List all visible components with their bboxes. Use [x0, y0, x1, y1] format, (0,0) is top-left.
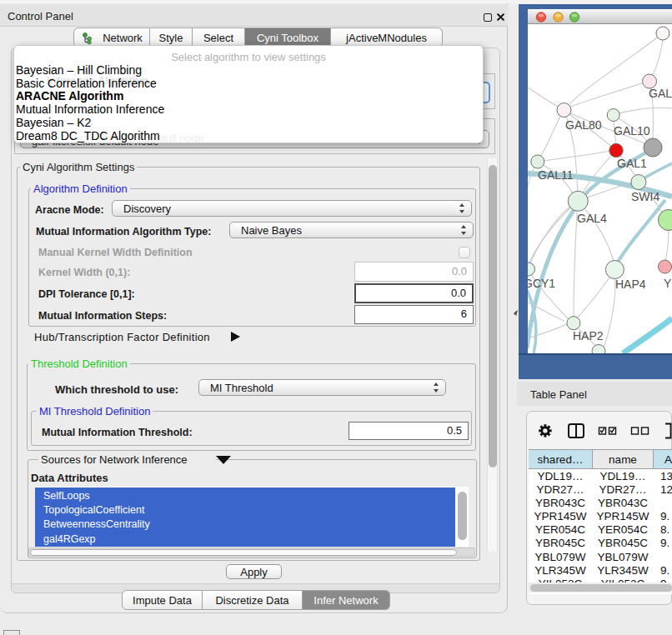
- svg-text:GAL2: GAL2: [649, 87, 672, 100]
- svg-text:GAL1: GAL1: [617, 157, 647, 170]
- svg-text:GAL11: GAL11: [538, 168, 574, 182]
- svg-text:GAL4: GAL4: [577, 212, 607, 225]
- svg-text:GAL80: GAL80: [565, 118, 602, 132]
- svg-text:GAL10: GAL10: [614, 124, 650, 138]
- svg-text:GCY1: GCY1: [528, 277, 555, 290]
- svg-text:SWI4: SWI4: [631, 190, 659, 203]
- svg-text:HAP4: HAP4: [615, 278, 646, 291]
- svg-text:Y: Y: [664, 277, 672, 290]
- svg-text:HAP2: HAP2: [573, 329, 604, 342]
